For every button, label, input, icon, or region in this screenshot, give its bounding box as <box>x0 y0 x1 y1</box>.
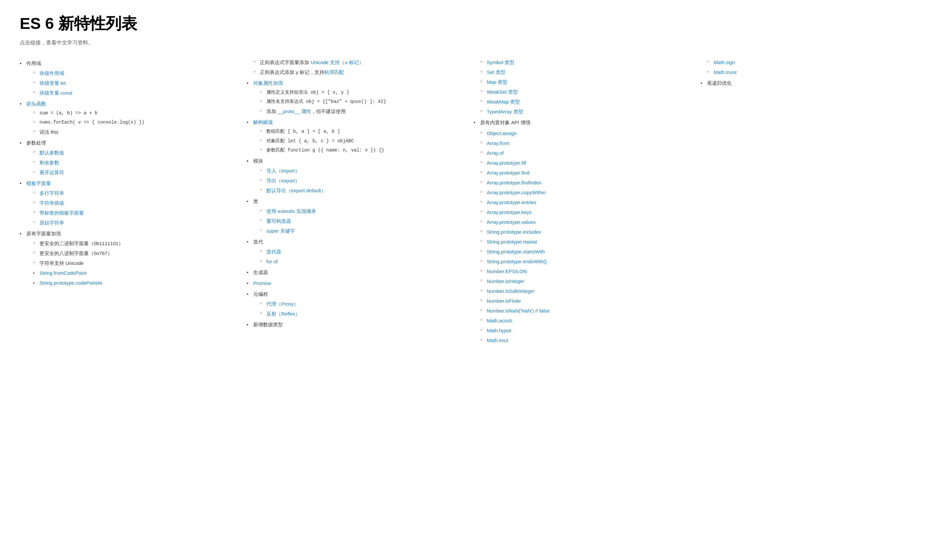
template-literal-link[interactable]: 模板字面量 <box>26 180 51 186</box>
map-link[interactable]: Map 类型 <box>487 79 507 85</box>
num-isfinite-link[interactable]: Number.isFinite <box>487 298 521 304</box>
default-params-link[interactable]: 默认参数值 <box>40 150 64 155</box>
list-item: 块级常量 const <box>26 88 233 97</box>
list-item: 新增数据类型 <box>247 320 461 329</box>
iterator-link[interactable]: 迭代器 <box>267 249 281 254</box>
list-item: Number.isInteger <box>473 277 687 286</box>
list-item: 正则表达式字面量添加 Unicode 支持（u 标记） <box>247 58 461 67</box>
super-link[interactable]: super 关键字 <box>267 228 295 234</box>
array-entries-link[interactable]: Array.prototype.entries <box>487 200 536 205</box>
tagged-template-link[interactable]: 带标签的模板字面量 <box>40 210 84 215</box>
symbol-link[interactable]: Symbol 类型 <box>487 60 514 65</box>
promise-link[interactable]: Promise <box>253 280 271 286</box>
list-item: 解构赋值 数组匹配 [ b, a ] = [ a, b ] 对象匹配 let {… <box>247 118 461 154</box>
math-sign-link[interactable]: Math.sign <box>714 60 735 65</box>
column-4: Math.sign Math.trunc 尾递归优化 <box>701 57 914 89</box>
list-item: 箭头函数 sum = (a, b) => a + b nums.forEach(… <box>20 99 233 136</box>
list-item: Math.hypot <box>473 326 687 335</box>
list-item: 原始字符串 <box>26 218 233 227</box>
list-item: for of <box>253 257 461 266</box>
list-item: 块级作用域 <box>26 69 233 78</box>
list-item: sum = (a, b) => a + b <box>26 109 233 117</box>
weakmap-link[interactable]: WeakMap 类型 <box>487 99 520 105</box>
array-values-link[interactable]: Array.prototype.values <box>487 219 536 225</box>
list-item: super 关键字 <box>253 226 461 235</box>
math-hypot-link[interactable]: Math.hypot <box>487 328 511 333</box>
array-from-link[interactable]: Array.from <box>487 140 509 146</box>
code-point-at-link[interactable]: String.prototype.codePointAt <box>40 280 102 286</box>
list-item: Number.EPSILON <box>473 267 687 276</box>
proto-link[interactable]: __proto__ 属性 <box>277 108 311 114</box>
from-code-point-link[interactable]: String.fromCodePoint <box>40 270 86 276</box>
array-find-link[interactable]: Array.prototype.find <box>487 170 530 175</box>
arrow-func-link[interactable]: 箭头函数 <box>26 101 46 106</box>
constructor-link[interactable]: 重写构造器 <box>267 218 291 224</box>
export-link[interactable]: 导出（export） <box>267 178 300 183</box>
list-item: Object.assign <box>473 129 687 138</box>
column-1: 作用域 块级作用域 块级变量 let 块级常量 const 箭头函数 sum =… <box>20 57 233 289</box>
list-item: 迭代器 <box>253 247 461 256</box>
num-isinteger-link[interactable]: Number.isInteger <box>487 278 524 284</box>
list-item: 代理（Proxy） <box>253 299 461 308</box>
list-item: 生成器 <box>247 268 461 277</box>
weakset-link[interactable]: WeakSet 类型 <box>487 89 518 95</box>
list-item: Number.isFinite <box>473 297 687 305</box>
interpolation-link[interactable]: 字符串插值 <box>40 200 64 206</box>
column-2: 正则表达式字面量添加 Unicode 支持（u 标记） 正则表达式添加 y 标记… <box>247 57 461 331</box>
list-item: 字符串插值 <box>26 198 233 208</box>
array-fill-link[interactable]: Array.prototype.fill <box>487 160 526 166</box>
num-issafeinteger-link[interactable]: Number.isSafeInteger <box>487 288 535 294</box>
object-assign-link[interactable]: Object.assign <box>487 131 517 136</box>
reflect-link[interactable]: 反射（Reflex） <box>267 311 300 317</box>
list-item: 添加 __proto__ 属性，但不建议使用 <box>253 107 461 116</box>
num-isnan-link[interactable]: Number.isNaN('NaN') // false <box>487 308 550 314</box>
sticky-link[interactable]: 粘滞匹配 <box>324 69 344 75</box>
array-findindex-link[interactable]: Array.prototype.findIndex <box>487 180 541 185</box>
math-acosh-link[interactable]: Math.acosh <box>487 318 512 323</box>
export-default-link[interactable]: 默认导出（export default） <box>267 188 326 193</box>
list-item: Math.trunc <box>701 68 914 77</box>
list-item: nums.forEach( v => { console.log(v) }) <box>26 118 233 126</box>
subtitle: 点击链接，查看中文学习资料。 <box>20 40 914 46</box>
list-item: 数组匹配 [ b, a ] = [ a, b ] <box>253 128 461 136</box>
extends-link[interactable]: 使用 extends 实现继承 <box>267 208 316 214</box>
rest-params-link[interactable]: 剩余参数 <box>40 160 59 165</box>
multiline-link[interactable]: 多行字符串 <box>40 190 64 196</box>
list-item: Array.prototype.entries <box>473 198 687 207</box>
list-item: String.prototype.codePointAt <box>26 278 233 287</box>
list-item: 类 使用 extends 实现继承 重写构造器 super 关键字 <box>247 197 461 235</box>
for-of-link[interactable]: for of <box>267 258 277 264</box>
block-let-link[interactable]: 块级变量 let <box>40 80 66 86</box>
proxy-link[interactable]: 代理（Proxy） <box>267 301 299 307</box>
list-item: 原有字面量加强 更安全的二进制字面量（0b1111101） 更安全的八进制字面量… <box>20 229 233 287</box>
math-imul-link[interactable]: Math.imul <box>487 337 508 343</box>
destructuring-link[interactable]: 解构赋值 <box>253 119 273 125</box>
math-trunc-link[interactable]: Math.trunc <box>714 69 737 75</box>
str-startswith-link[interactable]: String.prototype.startsWith <box>487 249 545 254</box>
raw-string-link[interactable]: 原始字符串 <box>40 220 64 225</box>
list-item: 元编程 代理（Proxy） 反射（Reflex） <box>247 289 461 318</box>
block-scope-link[interactable]: 块级作用域 <box>40 70 64 76</box>
list-item: Map 类型 <box>473 78 687 86</box>
num-epsilon-link[interactable]: Number.EPSILON <box>487 269 527 274</box>
list-item: Set 类型 <box>473 68 687 77</box>
list-item: 词法 this <box>26 128 233 136</box>
str-repeat-link[interactable]: String.prototype.repeat <box>487 239 537 245</box>
list-item: 重写构造器 <box>253 217 461 225</box>
list-item: String.fromCodePoint <box>26 269 233 277</box>
unicode-flag-link[interactable]: Unicode 支持（u 标记） <box>310 60 364 65</box>
list-item: Array.prototype.find <box>473 168 687 177</box>
set-link[interactable]: Set 类型 <box>487 69 506 75</box>
obj-props-link[interactable]: 对象属性加强 <box>253 80 283 86</box>
list-item: Symbol 类型 <box>473 58 687 67</box>
list-item: 对象匹配 let { a, b, c } = objABC <box>253 137 461 145</box>
array-keys-link[interactable]: Array.prototype.keys <box>487 209 532 215</box>
typedarray-link[interactable]: TypedArray 类型 <box>487 109 523 114</box>
spread-link[interactable]: 展开运算符 <box>40 169 64 175</box>
block-const-link[interactable]: 块级常量 const <box>40 90 72 95</box>
array-of-link[interactable]: Array.of <box>487 150 504 156</box>
str-endswith-link[interactable]: String.prototype.endsWith() <box>487 258 547 264</box>
str-includes-link[interactable]: String.prototype.includes <box>487 229 541 235</box>
import-link[interactable]: 导入（import） <box>267 168 300 174</box>
array-copywithin-link[interactable]: Array.prototype.copyWithin <box>487 190 546 195</box>
